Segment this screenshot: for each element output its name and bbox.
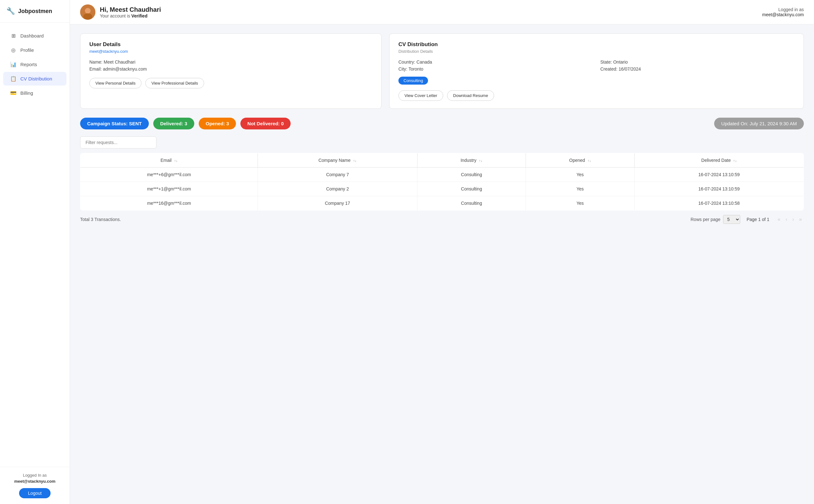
sidebar-footer: Logged In as meet@stacknyu.com Logout [0,467,70,504]
main-content: Hi, Meest Chaudhari Your account is Veri… [70,0,814,504]
cv-distribution-title: CV Distribution [398,41,795,48]
prev-page-button[interactable]: ‹ [783,215,789,224]
status-badges-row: Campaign Status: SENT Delivered: 3 Opene… [80,118,804,129]
cell-opened: Yes [526,182,635,196]
header-login-email: meet@stacknyu.com [762,12,804,17]
header-status: Your account is Verified [100,13,161,18]
sidebar-item-reports[interactable]: 📊Reports [3,58,66,71]
cards-row: User Details meet@stacknyu.com Name: Mee… [80,33,804,109]
billing-icon: 💳 [10,90,17,96]
sidebar-item-profile[interactable]: ◎Profile [3,43,66,57]
next-page-button[interactable]: › [790,215,796,224]
user-details-buttons: View Personal Details View Professional … [89,78,372,88]
sidebar-item-label: Billing [20,90,33,96]
svg-point-2 [83,13,92,20]
cv-distribution-icon: 📋 [10,76,17,82]
opened-sort-icon: ↑↓ [588,159,591,162]
sidebar-item-label: Reports [20,62,37,67]
cell-delivered-date: 16-07-2024 13:10:59 [634,168,804,182]
first-page-button[interactable]: « [776,215,783,224]
view-personal-details-button[interactable]: View Personal Details [89,78,141,88]
cell-email: me***16@gm***il.com [80,196,258,211]
sidebar-nav: ⊞Dashboard◎Profile📊Reports📋CV Distributi… [0,23,70,467]
last-page-button[interactable]: » [797,215,804,224]
table-row: me***16@gm***il.com Company 17 Consultin… [80,196,804,211]
cell-email: me***+6@gm***il.com [80,168,258,182]
cv-details-grid: Country: Canada State: Ontario City: Tor… [398,59,795,72]
total-transactions: Total 3 Transactions. [80,217,121,222]
user-details-email: meet@stacknyu.com [89,49,372,54]
header: Hi, Meest Chaudhari Your account is Veri… [70,0,814,24]
logout-button[interactable]: Logout [19,488,51,498]
sidebar-logo: 🔧 Jobpostmen [0,0,70,23]
cv-distribution-subtitle: Distribution Details [398,49,795,54]
col-delivered-date[interactable]: Delivered Date ↑↓ [634,153,804,168]
cell-company: Company 7 [258,168,417,182]
logo-icon: 🔧 [6,7,15,15]
rows-per-page: Rows per page 5 10 25 [691,215,740,224]
col-opened[interactable]: Opened ↑↓ [526,153,635,168]
cell-industry: Consulting [417,182,526,196]
col-company[interactable]: Company Name ↑↓ [258,153,417,168]
view-cover-letter-button[interactable]: View Cover Letter [398,90,443,101]
col-email[interactable]: Email ↑↓ [80,153,258,168]
user-details-title: User Details [89,41,372,48]
sidebar-item-dashboard[interactable]: ⊞Dashboard [3,29,66,43]
col-industry[interactable]: Industry ↑↓ [417,153,526,168]
pagination-right: Rows per page 5 10 25 Page 1 of 1 « ‹ › … [691,215,804,224]
industry-sort-icon: ↑↓ [479,159,482,162]
sidebar: 🔧 Jobpostmen ⊞Dashboard◎Profile📊Reports📋… [0,0,70,504]
opened-badge: Opened: 3 [199,118,236,129]
cv-created: Created: 16/07/2024 [600,66,795,72]
app-name: Jobpostmen [18,8,52,15]
page-nav: « ‹ › » [776,215,804,224]
cell-opened: Yes [526,196,635,211]
user-name-field: Name: Meet Chaudhari [89,59,372,65]
header-login-info: Logged in as meet@stacknyu.com [762,7,804,17]
cell-opened: Yes [526,168,635,182]
not-delivered-badge: Not Delivered: 0 [240,118,291,129]
user-details-card: User Details meet@stacknyu.com Name: Mee… [80,33,382,109]
page-info: Page 1 of 1 [747,217,769,222]
cell-email: me***+1@gm***il.com [80,182,258,196]
rows-per-page-select[interactable]: 5 10 25 [723,215,740,224]
filter-input[interactable] [80,136,156,148]
cv-city: City: Toronto [398,66,593,72]
delivered-sort-icon: ↑↓ [733,159,737,162]
campaign-status-badge: Campaign Status: SENT [80,118,149,129]
table-header-row: Email ↑↓ Company Name ↑↓ Industry ↑↓ Ope… [80,153,804,168]
pagination-row: Total 3 Transactions. Rows per page 5 10… [80,215,804,224]
sidebar-logged-in-label: Logged In as [6,473,63,478]
sidebar-item-label: Profile [20,47,34,53]
sidebar-item-cv-distribution[interactable]: 📋CV Distribution [3,72,66,86]
profile-icon: ◎ [10,47,17,53]
cv-actions: View Cover Letter Download Resume [398,90,795,101]
reports-icon: 📊 [10,61,17,67]
cv-distribution-card: CV Distribution Distribution Details Cou… [389,33,804,109]
sidebar-footer-email: meet@stacknyu.com [6,479,63,484]
cv-country: Country: Canada [398,59,593,65]
header-logged-in-label: Logged in as [762,7,804,12]
email-sort-icon: ↑↓ [174,159,178,162]
cell-company: Company 2 [258,182,417,196]
header-greeting: Hi, Meest Chaudhari [100,6,161,13]
svg-point-1 [85,8,91,14]
table-row: me***+1@gm***il.com Company 2 Consulting… [80,182,804,196]
sidebar-item-label: Dashboard [20,33,44,38]
sidebar-item-label: CV Distribution [20,76,52,81]
avatar [80,4,95,20]
updated-on-badge: Updated On: July 21, 2024 9:30 AM [714,118,804,129]
view-professional-details-button[interactable]: View Professional Details [145,78,204,88]
dashboard-icon: ⊞ [10,33,17,39]
download-resume-button[interactable]: Download Resume [447,90,494,101]
delivered-badge: Delivered: 3 [153,118,194,129]
rows-per-page-label: Rows per page [691,217,721,222]
user-email-field: Email: admin@stacknyu.com [89,66,372,72]
cv-state: State: Ontario [600,59,795,65]
header-greeting-block: Hi, Meest Chaudhari Your account is Veri… [100,6,161,18]
cell-delivered-date: 16-07-2024 13:10:58 [634,196,804,211]
cell-delivered-date: 16-07-2024 13:10:59 [634,182,804,196]
sidebar-item-billing[interactable]: 💳Billing [3,86,66,100]
header-user: Hi, Meest Chaudhari Your account is Veri… [80,4,161,20]
requests-table: Email ↑↓ Company Name ↑↓ Industry ↑↓ Ope… [80,153,804,211]
